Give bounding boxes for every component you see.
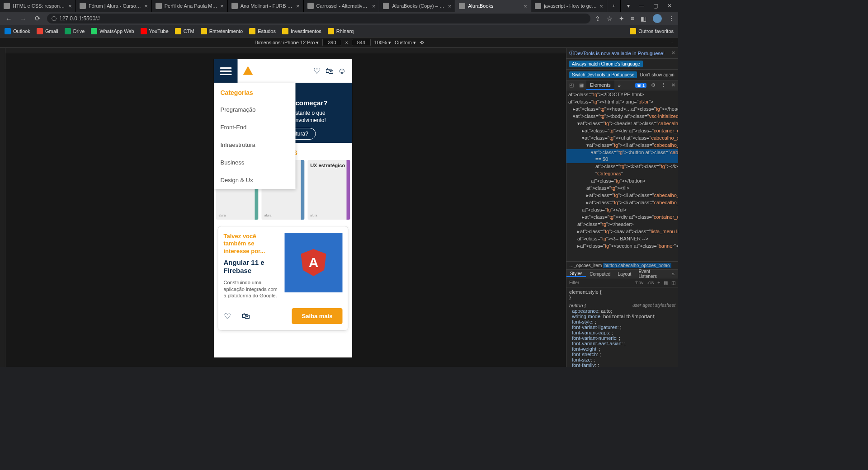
height-input[interactable]: 844 [352, 39, 371, 46]
learn-more-button[interactable]: Saiba mais [292, 308, 343, 324]
css-property[interactable]: font-weight: ; [569, 346, 675, 352]
close-icon[interactable]: × [296, 3, 300, 9]
bookmark-item[interactable]: Investimentos [282, 28, 321, 34]
computed-styles-icon[interactable]: ▦ [664, 280, 668, 285]
account-icon[interactable]: ☺ [336, 66, 349, 76]
css-property[interactable]: writing-mode: horizontal-tb !important; [569, 314, 675, 319]
browser-tab[interactable]: AluraBooks (Copy) – Figma× [379, 0, 455, 12]
css-property[interactable]: font-variant-ligatures: ; [569, 324, 675, 330]
profile-avatar[interactable] [653, 14, 662, 23]
dom-node[interactable]: ▸at">class="tg"><nav at">class="lista_me… [566, 228, 678, 235]
device-icon[interactable]: ▦ [576, 82, 586, 88]
dimensions-dropdown[interactable]: Dimensions: iPhone 12 Pro ▾ [255, 40, 319, 46]
site-info-icon[interactable]: ⓘ [52, 15, 57, 22]
menu-kebab-icon[interactable]: ⋮ [668, 15, 675, 22]
window-minimize[interactable]: — [639, 3, 644, 9]
reload-button[interactable]: ⟳ [33, 14, 42, 23]
window-maximize[interactable]: ▢ [653, 3, 658, 9]
add-rule-icon[interactable]: + [657, 280, 660, 285]
filter-input[interactable]: Filter [569, 280, 579, 285]
bookmark-item[interactable]: Rhinarq [328, 28, 354, 34]
dom-node[interactable]: at">class="tg"></li> [566, 185, 678, 192]
dropdown-item[interactable]: Design & Ux [214, 171, 296, 189]
devtools-menu-icon[interactable]: ⋮ [658, 82, 668, 88]
width-input[interactable]: 390 [322, 39, 341, 46]
devtools-close-icon[interactable]: ✕ [668, 82, 678, 88]
forward-button[interactable]: → [18, 15, 28, 23]
close-icon[interactable]: × [144, 3, 148, 9]
dom-node[interactable]: at">class="tg"></ul> [566, 207, 678, 214]
bookmark-item[interactable]: YouTube [141, 28, 169, 34]
close-icon[interactable]: × [599, 3, 603, 9]
dom-tree[interactable]: at">class="tg"><!DOCTYPE html>at">class=… [566, 90, 678, 261]
bookmark-item[interactable]: Outlook [5, 28, 30, 34]
tab-elements[interactable]: Elements [586, 80, 614, 90]
styles-pane[interactable]: element.style { } user agent stylesheet … [566, 287, 678, 367]
bookmark-item[interactable]: CTM [175, 28, 194, 34]
css-property[interactable]: font-stretch: ; [569, 352, 675, 357]
hamburger-menu-button[interactable] [214, 59, 238, 83]
bookmark-item[interactable]: Gmail [37, 28, 58, 34]
share-icon[interactable]: ⇪ [595, 15, 600, 22]
browser-tab[interactable]: Carrossel - Alternativo (Ex× [304, 0, 380, 12]
close-icon[interactable]: × [68, 3, 72, 9]
inspect-icon[interactable]: ◰ [566, 82, 576, 88]
styles-tab[interactable]: Computed [586, 272, 614, 277]
bookmark-item[interactable]: Estudos [249, 28, 276, 34]
dropdown-item[interactable]: Infraestrutura [214, 136, 296, 154]
dom-node[interactable]: ▸at">class="tg"><head>…at">class="tg"></… [566, 106, 678, 113]
dropdown-item[interactable]: Programação [214, 101, 296, 118]
extensions-icon[interactable]: ✦ [619, 15, 624, 22]
bag-icon[interactable]: 🛍 [242, 311, 250, 321]
window-close[interactable]: ✕ [667, 3, 672, 9]
styles-tab[interactable]: Event Listeners [635, 269, 668, 279]
dont-show-link[interactable]: Don't show again [640, 72, 674, 77]
dom-node[interactable]: ▾at">class="tg"><button at">class="cabec… [566, 149, 678, 156]
bookmark-item[interactable]: WhatsApp Web [91, 28, 134, 34]
new-tab-button[interactable]: + [607, 0, 621, 12]
browser-tab[interactable]: javascript - How to get ele× [531, 0, 607, 12]
dom-node[interactable]: at">class="tg"><!DOCTYPE html> [566, 91, 678, 99]
bookmark-item[interactable]: Drive [65, 28, 85, 34]
dom-node[interactable]: at">class="tg"><html at">lang="pt-br"> [566, 99, 678, 106]
reading-list-icon[interactable]: ≡ [631, 15, 634, 22]
dom-node[interactable]: ▾at">class="tg"><li at">class="cabecalho… [566, 142, 678, 149]
styles-tab[interactable]: Layout [614, 272, 635, 277]
browser-tab[interactable]: Ana Molinari - FURB - Uni× [228, 0, 304, 12]
dom-node[interactable]: "Categorias" [566, 170, 678, 178]
dom-node[interactable]: ▸at">class="tg"><section at">class="bann… [566, 243, 678, 250]
css-property[interactable]: font-variant-caps: ; [569, 330, 675, 335]
match-language-button[interactable]: Always match Chrome's language [569, 61, 643, 67]
hov-toggle[interactable]: :hov [635, 280, 643, 285]
styles-tab[interactable]: Styles [566, 271, 586, 277]
dom-node[interactable]: ▸at">class="tg"><div at">class="containe… [566, 214, 678, 221]
dom-node[interactable]: ▾at">class="tg"><header at">class="cabec… [566, 120, 678, 127]
book-card[interactable]: UX estratégico alura [307, 160, 350, 220]
devicebar-menu-icon[interactable]: ⋮ [670, 40, 675, 46]
dom-node[interactable]: at">class="tg"></button> [566, 178, 678, 185]
browser-tab[interactable]: HTML e CSS: responsivida× [0, 0, 76, 12]
dom-node[interactable]: at">class="tg"></header> [566, 221, 678, 228]
dom-node[interactable]: ▸at">class="tg"><li at">class="cabecalho… [566, 192, 678, 199]
css-property[interactable]: font-size: ; [569, 357, 675, 362]
back-button[interactable]: ← [4, 15, 14, 23]
css-property[interactable]: font-variant-numeric: ; [569, 335, 675, 341]
settings-icon[interactable]: ⚙ [648, 82, 658, 88]
more-tabs-icon[interactable]: » [668, 272, 678, 277]
dom-node[interactable]: ▸at">class="tg"><div at">class="containe… [566, 127, 678, 135]
issue-badge[interactable]: ▣ 1 [635, 83, 646, 88]
bag-icon[interactable]: 🛍 [323, 66, 336, 76]
zoom-dropdown[interactable]: 100% ▾ [374, 40, 391, 46]
dom-node[interactable]: at">class="tg"><i>at">class="tg"></i> [566, 163, 678, 170]
switch-language-button[interactable]: Switch DevTools to Portuguese [569, 71, 637, 78]
breadcrumb[interactable]: …_opcoes_item button.cabecalho_opcoes_bo… [566, 261, 678, 269]
other-bookmarks[interactable]: Outros favoritos [630, 28, 674, 34]
close-icon[interactable]: × [524, 3, 528, 9]
css-property[interactable]: appearance: auto; [569, 308, 675, 314]
dropdown-item[interactable]: Business [214, 154, 296, 171]
throttle-dropdown[interactable]: Custom ▾ [395, 40, 416, 46]
dropdown-item[interactable]: Front-End [214, 118, 296, 136]
window-chevron-icon[interactable]: ▾ [627, 3, 630, 9]
bookmark-item[interactable]: Entretenimento [201, 28, 243, 34]
css-property[interactable]: font-family: ; [569, 362, 675, 367]
